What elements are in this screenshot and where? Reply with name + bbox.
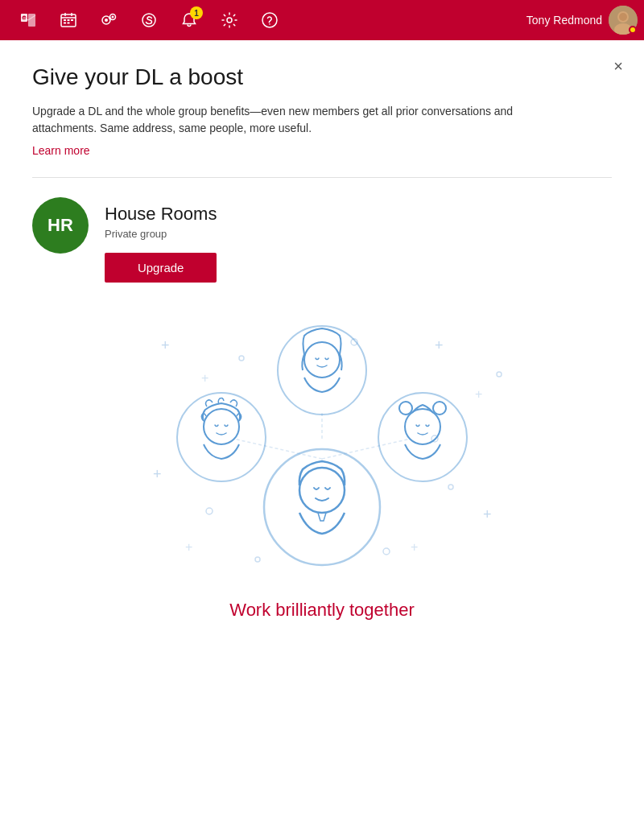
svg-rect-9: [68, 19, 70, 21]
svg-text:+: +: [435, 337, 444, 353]
user-name: Tony Redmond: [526, 14, 602, 27]
svg-line-43: [233, 439, 322, 459]
group-section: HR House Rooms Private group Upgrade: [32, 197, 612, 283]
status-dot: [629, 26, 637, 34]
svg-rect-8: [64, 19, 66, 21]
group-avatar: HR: [32, 197, 89, 254]
help-icon[interactable]: [250, 0, 290, 40]
section-divider: [32, 177, 612, 178]
svg-point-41: [383, 548, 390, 555]
svg-point-16: [112, 16, 114, 19]
illustration-svg: + + + + + + + +: [129, 302, 515, 592]
svg-point-40: [255, 557, 260, 562]
svg-point-38: [448, 485, 453, 489]
svg-point-36: [239, 356, 244, 361]
svg-point-51: [405, 409, 440, 444]
svg-text:+: +: [161, 337, 170, 353]
svg-point-52: [399, 402, 412, 415]
group-info: House Rooms Private group Upgrade: [105, 197, 217, 283]
svg-text:OL: OL: [23, 16, 28, 20]
svg-point-14: [105, 19, 108, 22]
svg-text:+: +: [185, 540, 192, 554]
svg-text:+: +: [153, 466, 162, 482]
svg-point-53: [433, 402, 446, 415]
page-title: Give your DL a boost: [32, 64, 612, 90]
svg-text:+: +: [411, 540, 418, 554]
close-button[interactable]: ×: [605, 53, 631, 79]
group-name: House Rooms: [105, 204, 217, 225]
svg-point-46: [278, 326, 366, 415]
svg-point-55: [299, 468, 345, 513]
outlook-icon[interactable]: OL: [8, 0, 48, 40]
page-description: Upgrade a DL and the whole group benefit…: [32, 103, 531, 137]
upgrade-button[interactable]: Upgrade: [105, 253, 217, 283]
svg-point-39: [206, 508, 213, 514]
notification-badge: 1: [190, 6, 203, 19]
svg-text:+: +: [475, 387, 482, 401]
nav-icon-group: OL: [8, 0, 290, 40]
svg-point-26: [619, 13, 627, 21]
svg-point-20: [227, 18, 232, 23]
illustration-caption: Work brilliantly together: [229, 600, 414, 621]
svg-rect-12: [68, 23, 70, 24]
svg-point-50: [378, 393, 467, 481]
svg-rect-11: [64, 23, 66, 24]
svg-point-42: [497, 372, 502, 377]
group-type: Private group: [105, 228, 217, 240]
svg-text:+: +: [201, 371, 208, 385]
learn-more-link[interactable]: Learn more: [32, 144, 90, 157]
top-navbar: OL: [0, 0, 644, 40]
illustration-area: + + + + + + + +: [32, 302, 612, 621]
svg-point-48: [177, 393, 266, 481]
svg-point-21: [262, 13, 277, 27]
svg-rect-10: [71, 19, 73, 21]
sharepoint-icon[interactable]: [89, 0, 129, 40]
svg-point-54: [264, 449, 380, 565]
svg-line-45: [322, 439, 411, 459]
avatar-wrapper: [609, 6, 638, 35]
svg-point-22: [269, 23, 270, 25]
main-content: × Give your DL a boost Upgrade a DL and …: [0, 40, 644, 645]
user-section[interactable]: Tony Redmond: [520, 0, 644, 40]
settings-icon[interactable]: [209, 0, 250, 40]
svg-text:+: +: [483, 506, 492, 522]
notifications-icon[interactable]: 1: [169, 0, 209, 40]
svg-point-47: [304, 342, 340, 378]
skype-icon[interactable]: [129, 0, 169, 40]
calendar-icon[interactable]: [48, 0, 89, 40]
svg-point-49: [204, 409, 239, 444]
